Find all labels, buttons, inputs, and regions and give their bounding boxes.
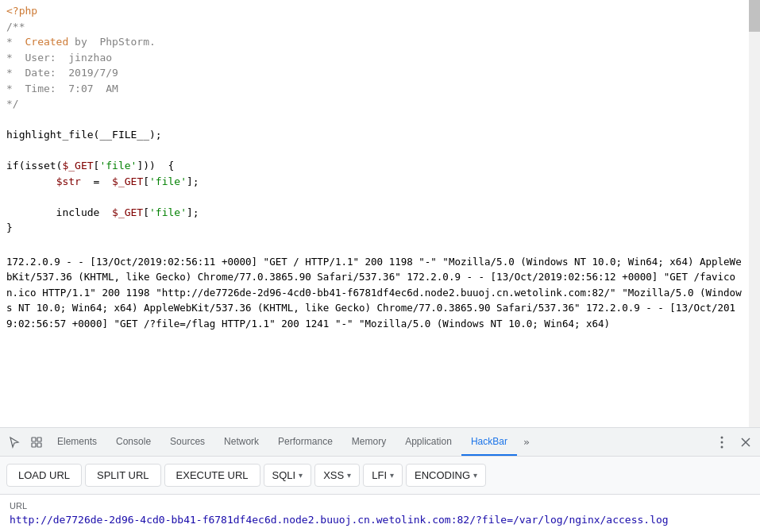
split-url-button[interactable]: SPLIT URL (85, 464, 161, 487)
hackbar-toolbar: LOAD URL SPLIT URL EXECUTE URL SQLI ▾ XS… (0, 456, 760, 494)
lfi-dropdown-arrow: ▾ (390, 471, 394, 480)
close-devtools-icon[interactable] (735, 431, 757, 453)
lfi-dropdown[interactable]: LFI ▾ (363, 464, 403, 487)
svg-point-5 (721, 441, 723, 443)
log-output: 172.2.0.9 - - [13/Oct/2019:02:56:11 +000… (6, 254, 743, 331)
svg-point-6 (721, 445, 723, 448)
cursor-icon[interactable] (3, 431, 25, 453)
tab-application[interactable]: Application (395, 428, 461, 456)
tab-elements[interactable]: Elements (48, 428, 106, 456)
devtools-actions (711, 431, 757, 453)
execute-url-button[interactable]: EXECUTE URL (164, 464, 260, 487)
tab-sources[interactable]: Sources (160, 428, 214, 456)
tab-hackbar[interactable]: HackBar (461, 428, 517, 456)
encoding-dropdown-arrow: ▾ (473, 471, 477, 480)
func-highlight: highlight_file(__FILE__); (6, 129, 162, 141)
sqli-dropdown[interactable]: SQLI ▾ (264, 464, 312, 487)
comment-block: /** * Created by PhpStorm. * User: jinzh… (6, 21, 156, 110)
code-area: <?php /** * Created by PhpStorm. * User:… (0, 0, 760, 334)
encoding-dropdown[interactable]: ENCODING ▾ (406, 464, 486, 487)
url-area: URL http://de7726de-2d96-4cd0-bb41-f6781… (0, 494, 760, 532)
xss-dropdown[interactable]: XSS ▾ (314, 464, 360, 487)
tab-list: Elements Console Sources Network Perform… (48, 428, 711, 456)
svg-rect-2 (32, 443, 36, 447)
xss-dropdown-arrow: ▾ (347, 471, 351, 480)
url-label: URL (10, 501, 750, 511)
tab-console[interactable]: Console (106, 428, 160, 456)
code-if: if(isset($_GET['file'])) { $str = $_GET[… (6, 160, 199, 233)
php-tag: <?php (6, 5, 37, 17)
svg-rect-1 (37, 438, 41, 441)
devtools-tabbar: Elements Console Sources Network Perform… (0, 427, 760, 456)
tab-network[interactable]: Network (214, 428, 268, 456)
tab-memory[interactable]: Memory (342, 428, 395, 456)
tab-performance[interactable]: Performance (268, 428, 342, 456)
svg-rect-3 (37, 443, 41, 447)
inspect-icon[interactable] (25, 431, 48, 453)
load-url-button[interactable]: LOAD URL (6, 464, 82, 487)
sqli-dropdown-arrow: ▾ (299, 471, 303, 480)
more-options-icon[interactable] (711, 431, 733, 453)
tab-more[interactable]: » (517, 428, 536, 456)
svg-point-4 (721, 436, 723, 438)
svg-rect-0 (32, 438, 36, 441)
url-value: http://de7726de-2d96-4cd0-bb41-f6781df4e… (10, 514, 750, 526)
